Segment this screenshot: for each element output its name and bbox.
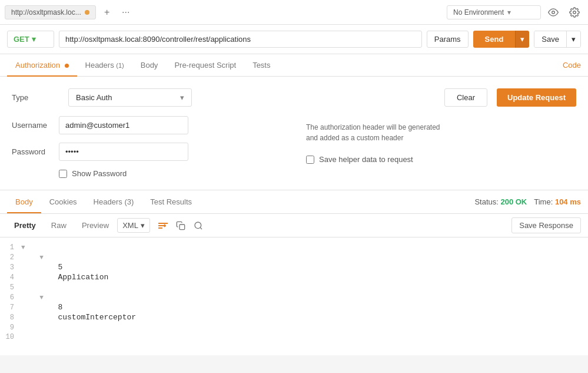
tab-dot xyxy=(85,10,89,15)
pretty-view-button[interactable]: Pretty xyxy=(7,218,43,233)
line-content: ▼ xyxy=(21,253,48,262)
line-content xyxy=(21,323,39,332)
table-row: 8 customInterceptor xyxy=(0,312,588,322)
url-tab[interactable]: http://osxltpmask.loc... xyxy=(5,5,96,19)
tab-headers[interactable]: Headers (1) xyxy=(77,55,132,77)
response-tab-body[interactable]: Body xyxy=(7,192,41,213)
auth-info-text: The authorization header will be generat… xyxy=(306,122,564,143)
table-row: 9 xyxy=(0,322,588,332)
code-link[interactable]: Code xyxy=(563,61,581,70)
expand-arrow[interactable]: ▼ xyxy=(39,254,47,261)
password-input[interactable] xyxy=(59,143,188,161)
save-button-group: Save ▾ xyxy=(534,31,581,48)
svg-point-0 xyxy=(552,11,555,14)
copy-icon-button[interactable] xyxy=(172,217,189,234)
tab-text: http://osxltpmask.loc... xyxy=(11,8,81,16)
credentials-section: Username Password Show Password The auth… xyxy=(12,116,576,178)
line-content: 5 xyxy=(21,263,62,272)
table-row: 3 5 xyxy=(0,262,588,272)
search-icon-button[interactable] xyxy=(190,217,207,234)
top-bar: http://osxltpmask.loc... + ··· No Enviro… xyxy=(0,0,588,25)
settings-icon-button[interactable] xyxy=(566,4,583,21)
tab-prerequest[interactable]: Pre-request Script xyxy=(166,55,244,77)
line-number: 8 xyxy=(0,313,21,322)
line-number: 2 xyxy=(0,253,21,262)
params-button[interactable]: Params xyxy=(427,31,469,48)
line-number: 9 xyxy=(0,324,21,332)
svg-rect-5 xyxy=(180,225,185,230)
method-selector[interactable]: GET ▾ xyxy=(7,31,54,48)
expand-arrow[interactable]: ▼ xyxy=(39,294,47,301)
response-tab-headers[interactable]: Headers (3) xyxy=(85,192,142,213)
format-selector[interactable]: XML ▾ xyxy=(117,218,150,233)
request-tab-bar: Authorization Headers (1) Body Pre-reque… xyxy=(0,54,588,77)
authorization-dot xyxy=(65,64,69,68)
auth-info-panel: The authorization header will be generat… xyxy=(294,116,576,178)
table-row: 6 ▼ xyxy=(0,292,588,302)
response-tab-bar: Body Cookies Headers (3) Test Results St… xyxy=(0,190,588,214)
auth-type-selector[interactable]: Basic Auth ▾ xyxy=(68,88,192,107)
environment-selector[interactable]: No Environment ▾ xyxy=(447,5,541,19)
status-label: Status: 200 OK xyxy=(474,197,527,206)
table-row: 2 ▼ xyxy=(0,252,588,262)
code-area: 1▼ 2 ▼ 3 54 Application5 6 ▼ 7 88 custom… xyxy=(0,237,588,355)
table-row: 7 8 xyxy=(0,302,588,312)
time-label: Time: 104 ms xyxy=(534,197,581,206)
tab-authorization[interactable]: Authorization xyxy=(7,55,77,77)
env-name: No Environment xyxy=(453,8,504,16)
line-number: 7 xyxy=(0,303,21,312)
auth-section: Type Basic Auth ▾ Clear Update Request U… xyxy=(0,77,588,190)
svg-line-7 xyxy=(200,227,202,229)
line-number: 4 xyxy=(0,273,21,282)
request-bar: GET ▾ Params Send ▾ Save ▾ xyxy=(0,25,588,54)
line-number: 6 xyxy=(0,293,21,302)
expand-arrow[interactable]: ▼ xyxy=(21,244,29,251)
response-status: Status: 200 OK Time: 104 ms xyxy=(474,197,581,206)
send-dropdown-button[interactable]: ▾ xyxy=(515,31,529,48)
line-content: ▼ xyxy=(21,243,30,252)
save-helper-label: Save helper data to request xyxy=(319,155,413,164)
show-password-checkbox[interactable] xyxy=(59,170,67,178)
clear-button[interactable]: Clear xyxy=(444,88,487,107)
preview-view-button[interactable]: Preview xyxy=(75,218,116,233)
line-content: ▼ xyxy=(21,293,48,302)
format-label: XML xyxy=(122,221,138,230)
wrap-icon-button[interactable] xyxy=(155,217,171,234)
chevron-down-icon: ▾ xyxy=(180,93,184,102)
add-tab-button[interactable]: + xyxy=(99,5,115,20)
auth-type-value: Basic Auth xyxy=(76,93,112,102)
eye-icon-button[interactable] xyxy=(544,4,562,21)
line-number: 3 xyxy=(0,263,21,272)
line-number: 1 xyxy=(0,243,21,252)
table-row: 10 xyxy=(0,332,588,342)
method-label: GET xyxy=(14,35,29,44)
response-tab-cookies[interactable]: Cookies xyxy=(41,192,85,213)
show-password-label: Show Password xyxy=(72,169,127,178)
save-button[interactable]: Save xyxy=(534,31,566,47)
save-response-button[interactable]: Save Response xyxy=(511,217,581,233)
table-row: 1▼ xyxy=(0,242,588,252)
tab-body[interactable]: Body xyxy=(132,55,167,77)
username-label: Username xyxy=(12,121,59,130)
table-row: 4 Application xyxy=(0,272,588,282)
line-number: 5 xyxy=(0,283,21,292)
raw-view-button[interactable]: Raw xyxy=(44,218,74,233)
url-input[interactable] xyxy=(59,31,422,48)
more-tabs-button[interactable]: ··· xyxy=(118,5,134,20)
response-tab-test-results[interactable]: Test Results xyxy=(142,192,200,213)
username-input[interactable] xyxy=(59,116,188,134)
save-dropdown-button[interactable]: ▾ xyxy=(566,31,580,47)
status-value: 200 OK xyxy=(500,197,527,206)
view-bar: Pretty Raw Preview XML ▾ Save Response xyxy=(0,214,588,237)
password-field-row: Password xyxy=(12,143,294,161)
send-button[interactable]: Send xyxy=(473,31,516,48)
show-password-row: Show Password xyxy=(59,169,294,178)
send-button-group: Send ▾ xyxy=(473,31,530,48)
tab-tests[interactable]: Tests xyxy=(244,55,278,77)
svg-point-6 xyxy=(195,222,201,229)
save-helper-checkbox[interactable] xyxy=(306,156,314,164)
line-content xyxy=(21,283,39,292)
update-request-button[interactable]: Update Request xyxy=(497,88,576,107)
password-label: Password xyxy=(12,147,59,156)
table-row: 5 xyxy=(0,282,588,292)
